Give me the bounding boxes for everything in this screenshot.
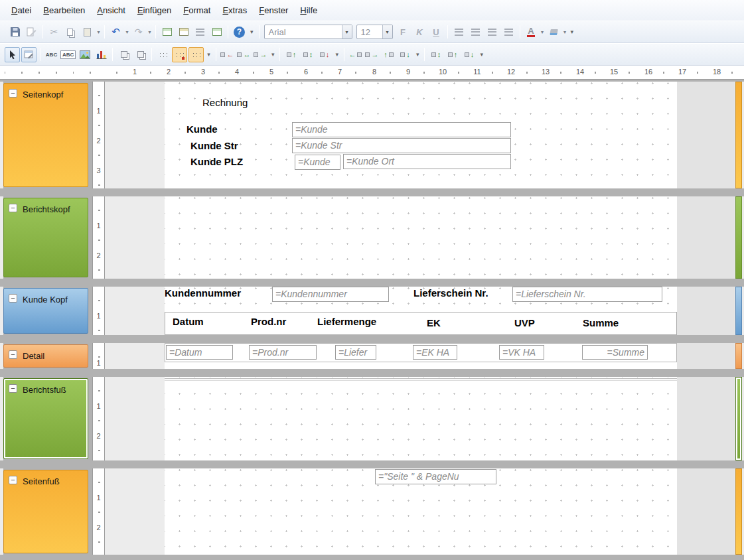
font-name-combo[interactable]: Arial ▾ — [264, 25, 352, 39]
chart-button[interactable] — [94, 47, 109, 62]
datum-field[interactable]: =Datum — [166, 345, 233, 360]
toolbar-overflow-chevron-icon[interactable]: ▾ — [204, 51, 213, 58]
kunde-ort-field[interactable]: =Kunde Ort — [343, 154, 511, 169]
kunde-plz-label[interactable]: Kunde PLZ — [190, 156, 243, 167]
grid-visible-button[interactable] — [155, 47, 171, 62]
section-header-berichtskopf[interactable]: − Berichtskopf — [3, 198, 88, 277]
helplines-while-moving-button[interactable] — [188, 47, 204, 62]
add-field-button[interactable] — [176, 25, 191, 40]
column-header-liefermenge[interactable]: Liefermenge — [317, 316, 376, 327]
menu-einfuegen[interactable]: Einfügen — [131, 2, 177, 19]
fit-height-smallest-button[interactable]: ↑ — [381, 47, 396, 62]
vk-field[interactable]: =VK HA — [499, 345, 544, 360]
column-header-summe[interactable]: Summe — [583, 317, 619, 328]
align-justify-button[interactable] — [501, 25, 516, 40]
kunde-plz-field[interactable]: =Kunde — [295, 155, 340, 170]
canvas-seitenfuss[interactable]: ="Seite " & PageNu — [105, 468, 744, 555]
copy-button[interactable] — [63, 25, 78, 40]
help-button[interactable]: ? — [232, 25, 247, 40]
menu-fenster[interactable]: Fenster — [253, 2, 294, 19]
font-color-button[interactable]: A — [524, 25, 539, 40]
section-header-berichtsfuss[interactable]: − Berichtsfuß — [3, 378, 88, 459]
edit-mode-button[interactable] — [21, 47, 37, 62]
toolbar-overflow-chevron-icon[interactable]: ▾ — [568, 29, 577, 35]
canvas-detail[interactable]: =Datum =Prod.nr =Liefer =EK HA =VK HA =S… — [105, 343, 744, 369]
paste-dropdown-chevron-icon[interactable]: ▾ — [96, 29, 102, 35]
align-right-button[interactable] — [484, 25, 500, 40]
ek-field[interactable]: =EK HA — [413, 345, 457, 360]
align-left-button[interactable] — [451, 25, 467, 40]
align-right-edges-button[interactable]: → — [253, 47, 268, 62]
chevron-down-icon[interactable]: ▾ — [382, 25, 392, 38]
canvas-seitenkopf[interactable]: Rechnung Kunde =Kunde Kunde Str =Kunde S… — [105, 82, 744, 188]
column-header-ek[interactable]: EK — [427, 317, 441, 328]
align-middle-vertical-button[interactable]: ↕ — [300, 47, 315, 62]
paste-button[interactable] — [80, 25, 95, 40]
redo-dropdown-chevron-icon[interactable]: ▾ — [147, 29, 153, 35]
report-title-label[interactable]: Rechnung — [202, 97, 248, 108]
lieferschein-label[interactable]: Lieferschein Nr. — [413, 287, 488, 299]
collapse-icon[interactable]: − — [9, 294, 17, 303]
column-header-uvp[interactable]: UVP — [514, 317, 535, 328]
kunde-str-field[interactable]: =Kunde Str — [292, 138, 511, 153]
page-area[interactable] — [165, 377, 677, 460]
canvas-berichtskopf[interactable] — [105, 196, 744, 279]
summe-field[interactable]: =Summe — [582, 345, 648, 360]
properties-button[interactable] — [209, 25, 224, 40]
align-left-edges-button[interactable]: ← — [220, 47, 235, 62]
lieferschein-field[interactable]: =Lieferschein Nr. — [512, 287, 662, 302]
kundennummer-field[interactable]: =Kundennummer — [272, 287, 389, 302]
edit-file-button[interactable] — [24, 25, 39, 40]
menu-extras[interactable]: Extras — [216, 2, 253, 19]
kunde-field[interactable]: =Kunde — [292, 122, 511, 137]
collapse-icon[interactable]: − — [9, 204, 17, 212]
align-bottom-edges-button[interactable]: ↓ — [317, 47, 332, 62]
shrink-section-top-button[interactable]: ↑ — [445, 47, 460, 62]
collapse-icon[interactable]: − — [9, 350, 17, 359]
shrink-section-button[interactable]: ↕ — [428, 47, 443, 62]
bold-button[interactable]: F — [396, 25, 411, 40]
undo-button[interactable]: ↶ — [108, 25, 123, 40]
fit-width-greatest-button[interactable]: → — [364, 47, 380, 62]
section-header-seitenkopf[interactable]: − Seitenkopf — [3, 83, 88, 187]
shrink-section-bottom-button[interactable]: ↓ — [461, 47, 477, 62]
menu-datei[interactable]: Datei — [5, 2, 37, 19]
chevron-down-icon[interactable]: ▾ — [342, 25, 352, 38]
menu-bearbeiten[interactable]: Bearbeiten — [37, 2, 91, 19]
toolbar-overflow-chevron-icon[interactable]: ▾ — [248, 29, 256, 35]
fit-width-smallest-button[interactable]: ← — [348, 47, 363, 62]
section-header-detail[interactable]: − Detail — [3, 344, 88, 368]
menu-format[interactable]: Format — [177, 2, 216, 19]
align-top-edges-button[interactable]: ↑ — [283, 47, 299, 62]
send-to-back-button[interactable] — [133, 47, 148, 62]
menu-ansicht[interactable]: Ansicht — [91, 2, 131, 19]
menu-hilfe[interactable]: Hilfe — [294, 2, 323, 19]
align-center-horizontal-button[interactable]: ↔ — [236, 47, 252, 62]
redo-button[interactable]: ↷ — [131, 25, 146, 40]
text-field-button[interactable]: ABC — [60, 47, 76, 62]
collapse-icon[interactable]: − — [9, 476, 17, 484]
label-field-button[interactable]: ABC — [44, 47, 59, 62]
section-header-kunde-kopf[interactable]: − Kunde Kopf — [3, 288, 88, 334]
align-center-button[interactable] — [468, 25, 483, 40]
save-button[interactable] — [7, 25, 23, 40]
section-header-seitenfuss[interactable]: − Seitenfuß — [3, 470, 88, 553]
image-control-button[interactable] — [77, 47, 92, 62]
underline-button[interactable]: U — [429, 25, 444, 40]
cut-button[interactable]: ✂ — [46, 25, 62, 40]
font-color-dropdown-chevron-icon[interactable]: ▾ — [540, 29, 546, 35]
bring-to-front-button[interactable] — [116, 47, 131, 62]
snap-to-grid-button[interactable] — [172, 47, 187, 62]
toolbar-overflow-chevron-icon[interactable]: ▾ — [269, 51, 277, 58]
collapse-icon[interactable]: − — [9, 89, 17, 98]
page-area[interactable] — [165, 196, 677, 279]
page-number-field[interactable]: ="Seite " & PageNu — [375, 469, 496, 484]
select-tool-button[interactable] — [5, 47, 20, 62]
column-header-prodnr[interactable]: Prod.nr — [251, 316, 286, 327]
toolbar-overflow-chevron-icon[interactable]: ▾ — [413, 51, 422, 58]
canvas-berichtsfuss[interactable] — [105, 377, 744, 460]
font-size-combo[interactable]: 12 ▾ — [356, 25, 393, 39]
report-navigator-button[interactable] — [159, 25, 175, 40]
kundennummer-label[interactable]: Kundennummer — [165, 287, 241, 299]
column-header-datum[interactable]: Datum — [173, 316, 204, 327]
